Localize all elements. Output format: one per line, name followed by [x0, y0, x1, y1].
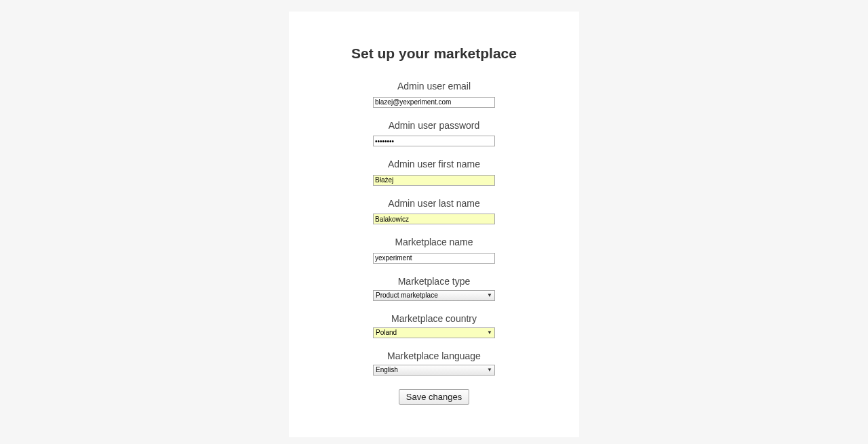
last-name-group: Admin user last name	[316, 198, 552, 225]
marketplace-type-group: Marketplace type Product marketplace ▼	[316, 276, 552, 301]
marketplace-name-group: Marketplace name	[316, 237, 552, 264]
first-name-group: Admin user first name	[316, 159, 552, 186]
password-group: Admin user password	[316, 120, 552, 147]
password-field[interactable]	[373, 136, 495, 146]
first-name-field[interactable]	[373, 175, 495, 186]
marketplace-country-group: Marketplace country Poland ▼	[316, 313, 552, 338]
marketplace-type-selected: Product marketplace	[376, 291, 438, 299]
chevron-down-icon: ▼	[487, 291, 492, 300]
marketplace-language-selected: English	[376, 366, 398, 374]
marketplace-type-label: Marketplace type	[316, 276, 552, 287]
first-name-label: Admin user first name	[316, 159, 552, 169]
save-changes-button[interactable]: Save changes	[399, 389, 469, 405]
marketplace-country-selected: Poland	[376, 329, 397, 336]
marketplace-country-select[interactable]: Poland ▼	[373, 327, 495, 338]
marketplace-type-select[interactable]: Product marketplace ▼	[373, 290, 495, 301]
page-title: Set up your marketplace	[316, 45, 552, 62]
password-label: Admin user password	[316, 120, 552, 131]
marketplace-name-field[interactable]	[373, 253, 495, 264]
marketplace-country-label: Marketplace country	[316, 313, 552, 324]
marketplace-language-label: Marketplace language	[316, 350, 552, 361]
email-label: Admin user email	[316, 81, 552, 92]
email-group: Admin user email	[316, 81, 552, 108]
email-field[interactable]	[373, 97, 495, 108]
chevron-down-icon: ▼	[487, 365, 492, 375]
marketplace-language-select[interactable]: English ▼	[373, 365, 495, 376]
setup-form-card: Set up your marketplace Admin user email…	[289, 12, 579, 437]
last-name-field[interactable]	[373, 214, 495, 224]
marketplace-language-group: Marketplace language English ▼	[316, 350, 552, 376]
last-name-label: Admin user last name	[316, 198, 552, 209]
marketplace-name-label: Marketplace name	[316, 237, 552, 247]
chevron-down-icon: ▼	[487, 328, 492, 338]
